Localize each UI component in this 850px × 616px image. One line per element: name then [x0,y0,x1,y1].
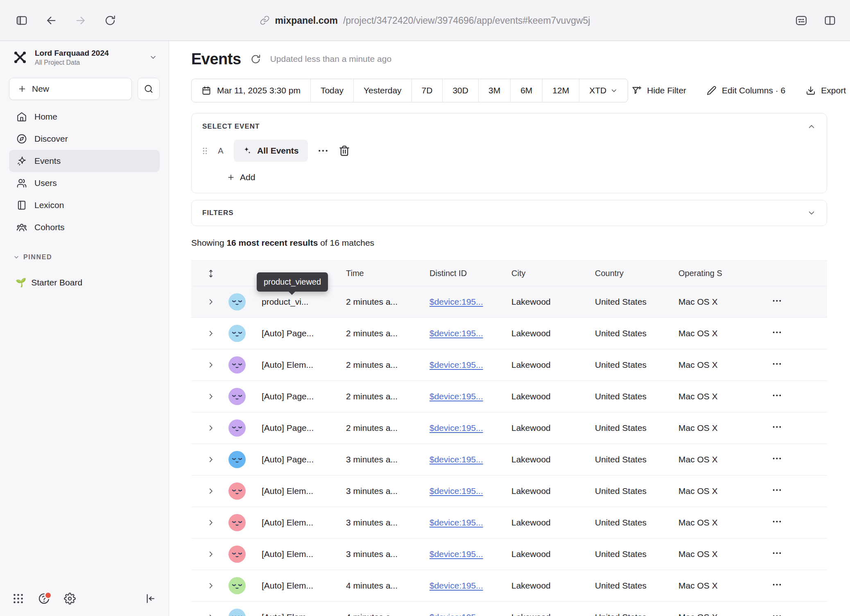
sidebar-item-lexicon[interactable]: Lexicon [9,194,160,216]
select-event-panel: SELECT EVENT A All Events Add [191,113,827,193]
row-actions-icon[interactable] [771,453,782,464]
event-name[interactable]: [Auto] Elem... [252,486,346,496]
expand-row-icon[interactable] [207,392,215,401]
distinct-id-link[interactable]: $device:195... [430,486,483,496]
add-label: Add [240,172,255,182]
sidebar-toggle-icon[interactable] [16,14,28,27]
sidebar-item-label: Lexicon [34,200,64,210]
range-yesterday[interactable]: Yesterday [353,79,411,102]
event-name[interactable]: [Auto] Page... [252,392,346,401]
settings-gear-icon[interactable] [64,593,76,605]
event-name[interactable]: [Auto] Page... [252,423,346,433]
collapse-panel-icon[interactable] [807,122,816,131]
project-switcher[interactable]: Lord Farquaad 2024 All Project Data [9,48,160,67]
sidebar-item-label: Events [34,156,61,166]
event-name[interactable]: [Auto] Elem... [252,360,346,370]
distinct-id-link[interactable]: $device:195... [430,455,483,464]
row-actions-icon[interactable] [771,516,782,527]
distinct-id-link[interactable]: $device:195... [430,328,483,338]
back-icon[interactable] [45,14,57,27]
event-row-letter: A [217,146,225,156]
row-actions-icon[interactable] [771,579,782,590]
range-today[interactable]: Today [310,79,353,102]
pinned-section-toggle[interactable]: PINNED [9,253,160,261]
date-picker[interactable]: Mar 11, 2025 3:30 pm [192,79,310,102]
event-name[interactable]: [Auto] Elem... [252,581,346,591]
row-actions-icon[interactable] [771,611,782,616]
sidebar-item-events[interactable]: Events [9,150,160,172]
expand-row-icon[interactable] [207,298,215,306]
add-event-button[interactable]: Add [227,172,816,183]
distinct-id-link[interactable]: $device:195... [430,297,483,306]
distinct-id-link[interactable]: $device:195... [430,612,483,616]
split-view-icon[interactable] [824,14,836,27]
url-bar[interactable]: mixpanel.com/project/3472420/view/397469… [260,15,590,26]
new-button[interactable]: New [9,78,132,100]
row-actions-icon[interactable] [771,327,782,338]
refresh-icon[interactable] [250,54,261,65]
distinct-id-link[interactable]: $device:195... [430,581,483,590]
help-icon[interactable] [38,593,50,605]
row-actions-icon[interactable] [771,421,782,433]
row-actions-icon[interactable] [771,295,782,306]
distinct-id-link[interactable]: $device:195... [430,423,483,433]
events-table: TimeDistinct IDCityCountryOperating S pr… [191,260,827,616]
browser-reload-icon[interactable] [104,14,116,27]
event-os: Mac OS X [678,455,771,464]
search-button[interactable] [138,78,160,100]
row-actions-icon[interactable] [771,390,782,401]
event-os: Mac OS X [678,486,771,496]
sidebar-item-cohorts[interactable]: Cohorts [9,216,160,238]
filters-panel[interactable]: FILTERS [191,200,827,226]
drag-handle-icon[interactable] [202,147,208,155]
edit-columns-button[interactable]: Edit Columns · 6 [707,86,785,95]
sidebar-item-discover[interactable]: Discover [9,128,160,150]
event-name[interactable]: [Auto] Page... [252,455,346,464]
distinct-id-link[interactable]: $device:195... [430,549,483,559]
distinct-id-link[interactable]: $device:195... [430,518,483,527]
expand-all-icon[interactable] [206,269,215,278]
expand-row-icon[interactable] [207,613,215,616]
distinct-id-link[interactable]: $device:195... [430,392,483,401]
col-header-time[interactable]: Time [346,269,430,278]
expand-row-icon[interactable] [207,550,215,558]
expand-row-icon[interactable] [207,455,215,464]
range-xtd[interactable]: XTD [579,79,628,102]
range-3m[interactable]: 3M [478,79,510,102]
col-header-city[interactable]: City [511,269,595,278]
distinct-id-link[interactable]: $device:195... [430,360,483,369]
apps-grid-icon[interactable] [12,593,24,605]
event-name[interactable]: [Auto] Elem... [252,518,346,528]
col-header-country[interactable]: Country [595,269,678,278]
expand-row-icon[interactable] [207,519,215,527]
event-name[interactable]: product_vi... [252,297,346,307]
all-events-button[interactable]: All Events [234,140,308,162]
event-name[interactable]: [Auto] Page... [252,328,346,338]
row-actions-icon[interactable] [771,548,782,559]
col-header-operating-system[interactable]: Operating S [678,269,771,278]
trash-icon[interactable] [338,145,350,157]
event-more-icon[interactable] [317,145,329,157]
page-settings-icon[interactable] [795,14,807,27]
expand-row-icon[interactable] [207,329,215,337]
range-7d[interactable]: 7D [411,79,443,102]
range-6m[interactable]: 6M [510,79,542,102]
expand-row-icon[interactable] [207,487,215,495]
col-header-distinct-id[interactable]: Distinct ID [430,269,511,278]
event-name[interactable]: [Auto] Elem... [252,612,346,616]
expand-row-icon[interactable] [207,582,215,590]
forward-icon[interactable] [75,14,87,27]
hide-filter-button[interactable]: Hide Filter [632,86,686,95]
sidebar-item-users[interactable]: Users [9,172,160,194]
expand-row-icon[interactable] [207,361,215,369]
collapse-sidebar-icon[interactable] [145,593,156,605]
expand-row-icon[interactable] [207,424,215,432]
range-12m[interactable]: 12M [542,79,579,102]
sidebar-item-starter-board[interactable]: 🌱 Starter Board [9,278,160,288]
row-actions-icon[interactable] [771,485,782,496]
export-button[interactable]: Export [806,86,846,95]
range-30d[interactable]: 30D [442,79,478,102]
event-name[interactable]: [Auto] Elem... [252,549,346,559]
sidebar-item-home[interactable]: Home [9,106,160,128]
row-actions-icon[interactable] [771,358,782,369]
